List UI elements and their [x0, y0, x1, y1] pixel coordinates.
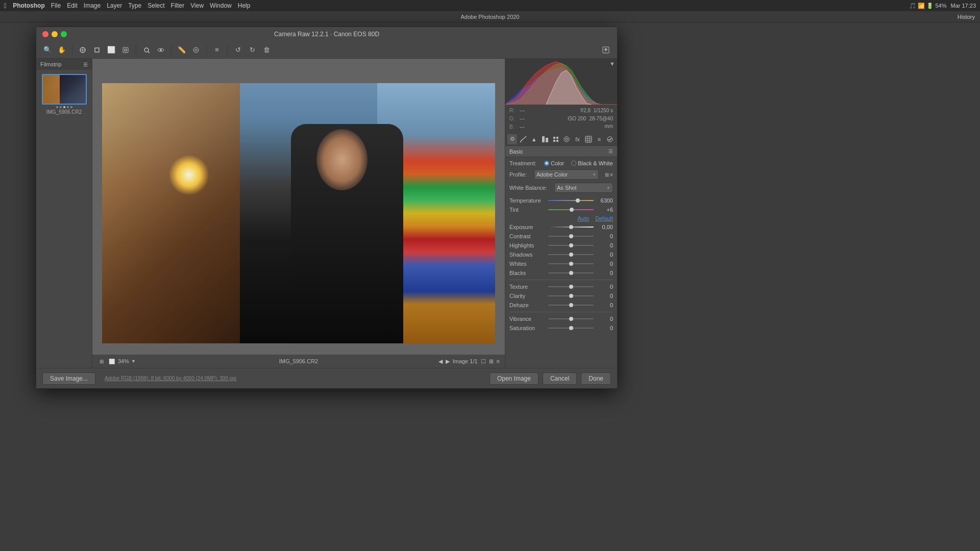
menu-type[interactable]: Type	[128, 2, 141, 9]
tone-curve-icon[interactable]	[518, 134, 528, 144]
detail-icon[interactable]: ▲	[529, 134, 539, 144]
nav-next[interactable]: ▶	[446, 358, 450, 365]
effects-icon[interactable]: fx	[573, 134, 582, 144]
hand-tool[interactable]: ✋	[56, 44, 68, 56]
menu-filter[interactable]: Filter	[171, 2, 185, 9]
basic-panel-icon[interactable]: ⚙	[507, 134, 517, 144]
spot-removal-tool[interactable]	[140, 44, 153, 56]
temperature-thumb[interactable]	[576, 198, 580, 203]
blacks-thumb[interactable]	[569, 271, 573, 275]
highlights-slider[interactable]	[548, 242, 594, 249]
dehaze-slider[interactable]	[548, 302, 594, 309]
canvas-menu[interactable]: ⊞	[489, 358, 494, 365]
delete-btn[interactable]: 🗑	[260, 44, 273, 56]
view-mode-2[interactable]: ⬜	[108, 357, 116, 365]
dehaze-thumb[interactable]	[569, 303, 573, 307]
hsl-icon[interactable]	[540, 134, 550, 144]
menu-edit[interactable]: Edit	[67, 2, 78, 9]
dot-2	[60, 106, 62, 108]
color-grading-icon[interactable]	[551, 134, 560, 144]
menu-file[interactable]: File	[51, 2, 61, 9]
app-name-menu[interactable]: Photoshop	[13, 2, 45, 9]
open-image-button[interactable]: Open Image	[489, 372, 538, 385]
bw-option[interactable]: Black & White	[571, 160, 612, 166]
history-panel-label[interactable]: History	[958, 14, 975, 20]
tint-row: Tint +6	[509, 206, 613, 213]
saturation-thumb[interactable]	[569, 326, 573, 330]
whites-thumb[interactable]	[569, 262, 573, 266]
default-link[interactable]: Default	[595, 215, 613, 221]
crop-tool[interactable]	[91, 44, 103, 56]
done-button[interactable]: Done	[581, 372, 611, 385]
tint-thumb[interactable]	[570, 208, 574, 212]
profile-list-view[interactable]: ≡	[610, 172, 613, 178]
cancel-button[interactable]: Cancel	[543, 372, 577, 385]
white-balance-tool[interactable]	[77, 44, 89, 56]
clarity-thumb[interactable]	[569, 294, 573, 298]
view-mode-1[interactable]: ⊞	[97, 357, 106, 365]
radial-filter[interactable]	[190, 44, 202, 56]
zoom-tool[interactable]: 🔍	[41, 44, 54, 56]
maximize-button[interactable]	[61, 31, 67, 37]
menu-window[interactable]: Window	[210, 2, 232, 9]
apple-menu[interactable]: 	[4, 2, 7, 10]
r-label: R:	[509, 107, 518, 114]
contrast-slider[interactable]	[548, 233, 594, 240]
nav-prev[interactable]: ◀	[438, 358, 443, 365]
canvas-more[interactable]: ≡	[497, 358, 500, 364]
clarity-slider[interactable]	[548, 292, 594, 299]
presets-icon[interactable]	[605, 134, 615, 144]
graduated-filter[interactable]: ≡	[211, 44, 223, 56]
brush-tool[interactable]: ✏️	[176, 44, 188, 56]
filmstrip-thumbnail[interactable]: IMG_5906.CR2	[42, 74, 87, 115]
saturation-slider[interactable]	[548, 324, 594, 332]
blacks-slider[interactable]	[548, 269, 594, 277]
calibration-icon[interactable]	[583, 134, 593, 144]
profile-select[interactable]: Adobe Color ▼	[534, 169, 599, 180]
bw-radio[interactable]	[571, 161, 576, 166]
snapshots-icon[interactable]: ≡	[594, 134, 604, 144]
tint-slider[interactable]	[548, 206, 594, 213]
info-link[interactable]: Adobe RGB (1998); 8 bit; 6000 by 4000 (2…	[105, 375, 236, 381]
undo-btn[interactable]: ↺	[232, 44, 244, 56]
filmstrip-toggle[interactable]: ☰	[83, 62, 88, 67]
basic-panel-collapse[interactable]: ☰	[608, 148, 613, 154]
profile-grid-view[interactable]: ⊞	[605, 172, 609, 178]
color-option[interactable]: Color	[544, 160, 564, 166]
transform-tool[interactable]	[119, 44, 132, 56]
close-button[interactable]	[42, 31, 48, 37]
color-radio[interactable]	[544, 161, 549, 166]
wb-select[interactable]: As Shot ▼	[554, 183, 613, 193]
open-in-ps-btn[interactable]	[600, 44, 612, 56]
save-image-button[interactable]: Save Image...	[42, 372, 95, 385]
vibrance-thumb[interactable]	[569, 317, 573, 321]
temperature-slider[interactable]	[548, 197, 594, 204]
menu-layer[interactable]: Layer	[107, 2, 122, 9]
minimize-button[interactable]	[52, 31, 58, 37]
red-eye-tool[interactable]	[155, 44, 167, 56]
crop-icon[interactable]: ☐	[481, 358, 486, 365]
texture-thumb[interactable]	[569, 285, 573, 289]
menu-select[interactable]: Select	[148, 2, 164, 9]
exposure-slider[interactable]	[548, 223, 594, 231]
whites-value: 0	[596, 261, 613, 267]
menu-help[interactable]: Help	[238, 2, 251, 9]
highlights-thumb[interactable]	[569, 243, 573, 247]
histogram-toggle[interactable]: ▼	[609, 61, 615, 67]
redo-btn[interactable]: ↻	[246, 44, 258, 56]
shadows-slider[interactable]	[548, 251, 594, 258]
whites-slider[interactable]	[548, 260, 594, 267]
contrast-thumb[interactable]	[569, 234, 573, 238]
lens-corrections-icon[interactable]	[561, 134, 571, 144]
texture-slider[interactable]	[548, 283, 594, 290]
vibrance-slider[interactable]	[548, 315, 594, 322]
zoom-dropdown[interactable]: ▼	[131, 359, 136, 364]
auto-link[interactable]: Auto	[578, 215, 590, 221]
zoom-value[interactable]: 34%	[118, 358, 129, 364]
shadows-thumb[interactable]	[569, 253, 573, 257]
filmstrip-header: Filmstrip ☰	[36, 59, 92, 70]
exposure-thumb[interactable]	[569, 225, 573, 229]
menu-image[interactable]: Image	[84, 2, 101, 9]
menu-view[interactable]: View	[190, 2, 204, 9]
straighten-tool[interactable]: ⬜	[105, 44, 117, 56]
